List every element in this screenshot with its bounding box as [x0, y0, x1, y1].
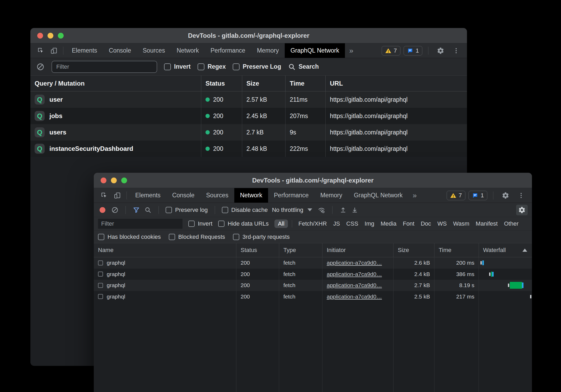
row-checkbox[interactable]: [98, 272, 103, 277]
more-tabs-icon[interactable]: »: [345, 43, 358, 58]
throttling-dropdown[interactable]: No throttling: [272, 207, 314, 213]
hide-data-urls-checkbox[interactable]: Hide data URLs: [218, 220, 269, 227]
network-option-checkbox[interactable]: 3rd-party requests: [233, 234, 290, 240]
initiator-link[interactable]: application-a7ca9d0…: [327, 260, 382, 266]
initiator-link[interactable]: application-a7ca9d0…: [327, 271, 382, 277]
network-request-row[interactable]: graphql 200 fetch application-a7ca9d0… 2…: [94, 269, 532, 280]
filter-option-checkbox[interactable]: Preserve Log: [233, 63, 281, 70]
row-checkbox[interactable]: [98, 283, 103, 288]
preserve-log-checkbox[interactable]: Preserve log: [166, 207, 208, 213]
tab-label: Console: [109, 47, 131, 54]
close-button[interactable]: [101, 178, 106, 183]
devtools-tab[interactable]: Console: [166, 188, 200, 203]
network-request-row[interactable]: graphql 200 fetch application-a7ca9d0… 2…: [94, 257, 532, 269]
titlebar[interactable]: DevTools - gitlab.com/-/graphql-explorer: [30, 28, 467, 43]
column-header-query[interactable]: Query / Mutation: [30, 76, 201, 91]
devtools-tab[interactable]: Network: [171, 43, 205, 58]
filter-option-checkbox[interactable]: Regex: [198, 63, 226, 70]
request-type-chip[interactable]: All: [274, 220, 288, 228]
devtools-tab[interactable]: Network: [234, 188, 268, 203]
close-button[interactable]: [37, 33, 43, 39]
warnings-badge[interactable]: 7: [447, 191, 465, 200]
initiator-link[interactable]: application-a7ca9d0…: [327, 282, 382, 288]
inspect-element-icon[interactable]: [34, 43, 47, 58]
column-header-size[interactable]: Size: [394, 243, 434, 257]
clear-icon[interactable]: [111, 206, 119, 214]
column-header-name[interactable]: Name: [94, 243, 236, 257]
record-button[interactable]: [100, 207, 105, 213]
request-type-chip[interactable]: Media: [381, 220, 396, 227]
column-header-url[interactable]: URL: [326, 76, 467, 91]
devtools-tab[interactable]: Performance: [205, 43, 251, 58]
warnings-badge[interactable]: 7: [382, 46, 400, 55]
issues-badge[interactable]: 1: [469, 191, 487, 200]
kebab-menu-icon[interactable]: [515, 192, 527, 199]
network-conditions-icon[interactable]: [317, 206, 325, 214]
devtools-tab[interactable]: Elements: [66, 43, 103, 58]
settings-gear-icon[interactable]: [499, 192, 512, 199]
zoom-button[interactable]: [58, 33, 64, 39]
request-type-chip[interactable]: Img: [364, 220, 374, 227]
column-header-waterfall[interactable]: Waterfall: [479, 243, 532, 257]
device-toolbar-icon[interactable]: [111, 188, 124, 203]
graphql-request-row[interactable]: Q jobs 200 2.45 kB 207ms https://gitlab.…: [30, 108, 467, 124]
device-toolbar-icon[interactable]: [47, 43, 60, 58]
request-type-chip[interactable]: Doc: [421, 220, 431, 227]
column-header-status[interactable]: Status: [236, 243, 279, 257]
request-type-chip[interactable]: Fetch/XHR: [298, 220, 327, 227]
graphql-request-row[interactable]: Q instanceSecurityDashboard 200 2.48 kB …: [30, 141, 467, 157]
row-checkbox[interactable]: [98, 294, 103, 299]
request-type-chip[interactable]: WS: [437, 220, 447, 227]
export-har-icon[interactable]: [351, 206, 358, 214]
column-header-time[interactable]: Time: [434, 243, 479, 257]
disable-cache-checkbox[interactable]: Disable cache: [222, 207, 268, 213]
column-header-status[interactable]: Status: [201, 76, 242, 91]
zoom-button[interactable]: [121, 178, 127, 183]
minimize-button[interactable]: [48, 33, 53, 39]
request-type-chip[interactable]: Manifest: [476, 220, 498, 227]
issues-badge[interactable]: 1: [404, 46, 422, 55]
network-request-row[interactable]: graphql 200 fetch application-a7ca9d0… 2…: [94, 291, 532, 302]
import-har-icon[interactable]: [339, 206, 347, 214]
search-toggle[interactable]: Search: [288, 63, 319, 71]
settings-gear-icon[interactable]: [434, 47, 447, 54]
devtools-tab[interactable]: Sources: [137, 43, 171, 58]
network-settings-gear-icon[interactable]: [516, 205, 528, 215]
request-type-chip[interactable]: Wasm: [453, 220, 470, 227]
request-type-chip[interactable]: Font: [403, 220, 414, 227]
titlebar[interactable]: DevTools - gitlab.com/-/graphql-explorer: [94, 173, 532, 188]
request-type-chip[interactable]: CSS: [346, 220, 358, 227]
column-header-initiator[interactable]: Initiator: [322, 243, 394, 257]
graphql-filter-input[interactable]: [52, 61, 157, 73]
clear-icon[interactable]: [36, 63, 45, 71]
initiator-link[interactable]: application-a7ca9d0…: [327, 293, 382, 300]
request-type-chip[interactable]: JS: [333, 220, 340, 227]
minimize-button[interactable]: [111, 178, 117, 183]
search-icon[interactable]: [144, 206, 152, 214]
devtools-tab[interactable]: GraphQL Network: [285, 43, 345, 58]
column-header-type[interactable]: Type: [279, 243, 322, 257]
devtools-tab[interactable]: Elements: [129, 188, 166, 203]
network-request-row[interactable]: graphql 200 fetch application-a7ca9d0… 2…: [94, 280, 532, 291]
column-header-size[interactable]: Size: [242, 76, 286, 91]
graphql-request-row[interactable]: Q user 200 2.57 kB 211ms https://gitlab.…: [30, 91, 467, 108]
filter-funnel-icon[interactable]: [133, 206, 140, 214]
request-type-chip[interactable]: Other: [504, 220, 518, 227]
inspect-element-icon[interactable]: [97, 188, 111, 203]
devtools-tab[interactable]: Console: [103, 43, 137, 58]
network-option-checkbox[interactable]: Has blocked cookies: [98, 234, 161, 240]
invert-checkbox[interactable]: Invert: [188, 220, 212, 227]
kebab-menu-icon[interactable]: [450, 47, 462, 54]
filter-option-checkbox[interactable]: Invert: [164, 63, 191, 70]
row-checkbox[interactable]: [98, 260, 103, 265]
network-filter-input[interactable]: [98, 219, 183, 229]
more-tabs-icon[interactable]: »: [408, 188, 421, 203]
devtools-tab[interactable]: Performance: [268, 188, 315, 203]
devtools-tab[interactable]: Memory: [251, 43, 285, 58]
devtools-tab[interactable]: Memory: [315, 188, 348, 203]
graphql-request-row[interactable]: Q users 200 2.7 kB 9s https://gitlab.com…: [30, 124, 467, 141]
devtools-tab[interactable]: GraphQL Network: [348, 188, 409, 203]
column-header-time[interactable]: Time: [286, 76, 326, 91]
network-option-checkbox[interactable]: Blocked Requests: [169, 234, 225, 240]
devtools-tab[interactable]: Sources: [200, 188, 234, 203]
